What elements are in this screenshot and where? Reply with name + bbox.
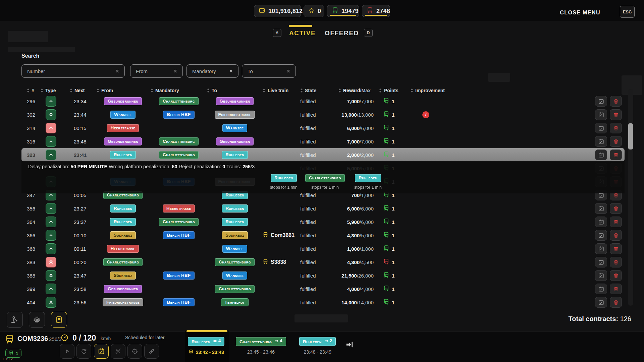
improvement-info-icon[interactable]: i xyxy=(422,111,429,118)
priority-double-up-icon xyxy=(46,297,56,308)
schedule-contract-button[interactable] xyxy=(595,136,607,147)
header-reward[interactable]: Reward/Max xyxy=(338,88,377,93)
contract-row[interactable]: 31623:48GesundbrunnenCharlottenburgGesun… xyxy=(21,135,625,148)
contract-row[interactable]: 38300:20CharlottenburgCharlottenburgS383… xyxy=(21,255,625,269)
station-badge: Charlottenburg xyxy=(159,218,199,226)
delete-contract-button[interactable] xyxy=(610,217,622,227)
book-dock-button[interactable] xyxy=(51,312,67,328)
header-num[interactable]: # xyxy=(21,88,40,93)
schedule-contract-button[interactable] xyxy=(595,203,607,214)
skip-to-end-icon[interactable] xyxy=(345,340,354,350)
contract-row[interactable]: 38823:47SüdkreuzBerlin HBFWannseefulfill… xyxy=(21,269,625,282)
header-from[interactable]: From xyxy=(95,88,151,93)
header-next[interactable]: Next xyxy=(62,88,95,93)
search-number-field[interactable] xyxy=(21,64,125,78)
delete-contract-button[interactable] xyxy=(610,203,622,214)
link-control-button[interactable] xyxy=(144,344,159,359)
contract-actions xyxy=(595,123,622,133)
contract-number: 316 xyxy=(21,139,40,144)
table-scrollbar-track[interactable] xyxy=(628,89,633,306)
clear-x-icon[interactable] xyxy=(172,67,179,75)
delete-contract-button[interactable] xyxy=(610,109,622,120)
search-from-field[interactable] xyxy=(130,64,183,78)
schedule-stop[interactable]: Ruhleben223:48 - 23:49 xyxy=(299,337,336,355)
chip-dock-button[interactable] xyxy=(29,312,45,328)
contract-row[interactable]: 35623:27RuhlebenHeerstraßeRuhlebenfulfil… xyxy=(21,202,625,215)
delete-contract-button[interactable] xyxy=(610,96,622,107)
delete-contract-button[interactable] xyxy=(610,123,622,133)
late-trains-value: 2748 xyxy=(376,8,390,15)
esc-key-badge[interactable]: ESC xyxy=(620,6,635,18)
station-badge: Ruhleben xyxy=(222,151,248,159)
header-to[interactable]: To xyxy=(207,88,263,93)
delete-contract-button[interactable] xyxy=(610,284,622,294)
schedule-contract-button[interactable] xyxy=(595,149,607,160)
delete-contract-button[interactable] xyxy=(610,230,622,241)
schedule-contract-button[interactable] xyxy=(595,123,607,133)
clear-x-icon[interactable] xyxy=(227,67,235,75)
refresh-control-button[interactable] xyxy=(76,344,91,359)
header-points[interactable]: Points xyxy=(377,88,411,93)
schedule-contract-button[interactable] xyxy=(595,109,607,120)
contract-row[interactable]: 31400:15HeerstraßeWannseefulfilled6,000/… xyxy=(21,121,625,135)
table-scrollbar-thumb[interactable] xyxy=(628,123,633,149)
station-badge: Ruhleben xyxy=(110,218,136,226)
search-mandatory-input[interactable] xyxy=(192,68,227,74)
header-mandatory[interactable]: Mandatory xyxy=(151,88,207,93)
search-to-input[interactable] xyxy=(247,68,285,74)
delete-contract-button[interactable] xyxy=(610,149,622,160)
mandatory-station: Berlin HBF xyxy=(151,111,207,119)
train-detail: 256/3 xyxy=(49,336,62,342)
schedule-contract-button[interactable] xyxy=(595,96,607,107)
contract-reward: 14,000/14,000 xyxy=(338,300,377,305)
search-from-input[interactable] xyxy=(135,68,172,74)
delete-contract-button[interactable] xyxy=(610,136,622,147)
delete-contract-button[interactable] xyxy=(610,270,622,281)
schedule-contract-button[interactable] xyxy=(595,270,607,281)
delete-contract-button[interactable] xyxy=(610,257,622,267)
header-type[interactable]: Type xyxy=(40,88,62,93)
clear-x-icon[interactable] xyxy=(114,67,121,75)
tab-active[interactable]: ACTIVE xyxy=(289,29,316,37)
contract-row[interactable]: 29623:34GesundbrunnenCharlottenburgGesun… xyxy=(21,95,625,108)
search-number-input[interactable] xyxy=(26,68,114,74)
contract-actions xyxy=(595,297,622,308)
schedule-stop[interactable]: Charlottenburg423:45 - 23:46 xyxy=(236,337,286,355)
contract-row[interactable]: 39923:58GesundbrunnenCharlottenburgfulfi… xyxy=(21,282,625,296)
target-control-button[interactable] xyxy=(127,344,142,359)
schedule-contract-button[interactable] xyxy=(595,217,607,227)
search-to-field[interactable] xyxy=(242,64,296,78)
close-menu-button[interactable]: CLOSE MENU xyxy=(560,10,600,16)
schedule-stop[interactable]: Ruhleben423:42 - 23:43 xyxy=(188,337,224,355)
contract-row[interactable]: 36600:10SüdkreuzBerlin HBFSüdkreuzCom366… xyxy=(21,229,625,242)
schedule-contract-button[interactable] xyxy=(595,284,607,294)
train-yellow-icon xyxy=(5,334,15,346)
search-mandatory-field[interactable] xyxy=(186,64,238,78)
schedule-contract-button[interactable] xyxy=(595,297,607,308)
worker-dock-button[interactable] xyxy=(7,312,23,328)
contract-state: fulfilled xyxy=(300,246,338,252)
contract-row[interactable]: 32323:41RuhlebenCharlottenburgRuhlebenfu… xyxy=(21,148,625,162)
schedule-contract-button[interactable] xyxy=(595,257,607,267)
header-state[interactable]: State xyxy=(300,88,338,93)
header-improvement[interactable]: Improvement xyxy=(411,88,458,93)
contract-row[interactable]: 36423:37RuhlebenCharlottenburgRuhlebenfu… xyxy=(21,215,625,229)
schedule-contract-button[interactable] xyxy=(595,230,607,241)
station-badge: Charlottenburg4 xyxy=(236,337,286,346)
tab-offered[interactable]: OFFERED xyxy=(325,29,359,37)
contract-row[interactable]: 40423:56FriedrichstraßeBerlin HBFTempelh… xyxy=(21,296,625,308)
station-badge: Charlottenburg xyxy=(305,174,345,182)
station-badge: Berlin HBF xyxy=(163,272,194,280)
header-live-train[interactable]: Live train xyxy=(263,88,300,93)
play-control-button[interactable] xyxy=(60,344,74,359)
calendar-control-button[interactable] xyxy=(94,344,109,359)
delete-contract-button[interactable] xyxy=(610,297,622,308)
contract-reward: 21,500/26,000 xyxy=(338,273,377,279)
delete-contract-button[interactable] xyxy=(610,243,622,254)
contract-state: fulfilled xyxy=(300,125,338,131)
clear-x-icon[interactable] xyxy=(285,67,292,75)
contract-row[interactable]: 30223:44WannseeBerlin HBFFriedrichstraße… xyxy=(21,108,625,121)
schedule-contract-button[interactable] xyxy=(595,243,607,254)
contract-reward: 1,000/1,000 xyxy=(338,246,377,252)
contract-row[interactable]: 36800:11HeerstraßeWannseefulfilled1,000/… xyxy=(21,242,625,255)
